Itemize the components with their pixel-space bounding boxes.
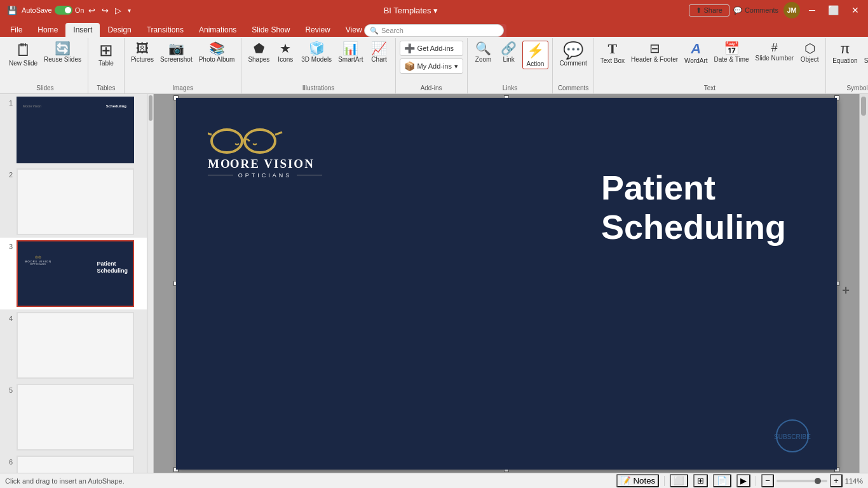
slideshow-view-button[interactable]: ▶ [736,474,750,487]
smartart-label: SmartArt [338,56,363,64]
table-button[interactable]: ⊞ Table [92,41,120,69]
ribbon-group-comments-items: 💬 Comment [557,38,589,85]
chart-button[interactable]: 📈 Chart [367,41,391,65]
tab-file[interactable]: File [3,23,30,37]
restore-button[interactable]: ⬜ [824,4,843,17]
tab-insert[interactable]: Insert [65,23,100,37]
slide-panel-scrollbar[interactable] [147,94,154,473]
ribbon-search[interactable]: 🔍 Search [364,24,504,37]
slide-thumb-4[interactable] [17,312,134,379]
slide-thumb-3[interactable]: ⌾⌾ MOORE VISION OPTICIANS PatientSchedul… [17,240,134,307]
slide-title-line2: Scheduling [601,207,786,247]
zoom-in-button[interactable]: + [830,474,843,487]
slide-item-6[interactable]: 6 [0,453,147,473]
normal-view-button[interactable]: ⬜ [670,474,688,487]
right-scrollbar[interactable] [859,94,868,473]
customize-qat-button[interactable]: ▾ [126,6,133,15]
comment-button[interactable]: 💬 Comment [557,41,589,69]
slide-thumb-2[interactable] [17,168,134,235]
photo-album-icon: 📚 [209,42,225,55]
slide-sorter-button[interactable]: ⊞ [693,474,708,487]
search-placeholder: Search [381,27,403,34]
action-icon: ⚡ [527,43,544,59]
ribbon-group-tables-items: ⊞ Table [92,38,120,85]
3d-models-button[interactable]: 🧊 3D Models [299,41,334,65]
tab-slideshow[interactable]: Slide Show [244,23,297,37]
pictures-label: Pictures [131,56,154,64]
my-addins-label: My Add-ins [417,62,452,70]
close-button[interactable]: ✕ [848,4,863,17]
link-button[interactable]: 🔗 Link [497,41,521,65]
tab-review[interactable]: Review [297,23,337,37]
autosave-toggle[interactable] [55,6,72,15]
shapes-button[interactable]: ⬟ Shapes [245,41,272,65]
illustrations-group-label: Illustrations [245,85,391,93]
link-label: Link [503,56,514,64]
tab-transitions[interactable]: Transitions [139,23,191,37]
reading-view-button[interactable]: 📄 [713,474,731,487]
ribbon-group-tables: ⊞ Table Tables [88,38,125,93]
slide-thumb-1[interactable]: Moore Vision Scheduling [17,97,134,163]
tab-home[interactable]: Home [30,23,65,37]
user-avatar[interactable]: JM [783,2,800,18]
header-footer-button[interactable]: ⊟ Header & Footer [628,41,681,65]
tab-animations[interactable]: Animations [191,23,244,37]
equation-button[interactable]: π Equation [830,41,860,66]
slide-thumb-6[interactable] [17,456,134,473]
tab-design[interactable]: Design [100,23,139,37]
new-slide-icon: 🗒 [15,42,32,58]
symbol-button[interactable]: Ω Symbol [862,41,868,66]
symbols-group-label: Symbols [830,85,868,93]
images-group-label: Images [128,85,237,93]
undo-button[interactable]: ↩ [86,5,97,16]
action-button[interactable]: ⚡ Action [522,41,549,69]
slide-number-button[interactable]: # Slide Number [753,41,797,64]
wordart-button[interactable]: A WordArt [682,41,710,66]
3d-models-icon: 🧊 [309,42,325,55]
action-label: Action [527,60,545,67]
zoom-slider[interactable] [776,480,827,482]
slide-thumb-5[interactable] [17,384,134,451]
slide-item-2[interactable]: 2 [0,166,147,238]
zoom-button[interactable]: 🔍 Zoom [471,41,496,65]
redo-button[interactable]: ↪ [100,5,111,16]
text-box-button[interactable]: T Text Box [598,41,627,66]
glasses-svg [208,123,284,155]
svg-point-0 [212,130,242,152]
chart-icon: 📈 [371,42,387,55]
add-slide-button[interactable]: + [842,283,850,298]
comments-button[interactable]: 💬 Comments [733,6,778,15]
minimize-button[interactable]: ─ [805,4,819,17]
logo-company-text: M [208,157,220,171]
logo-o-circle: O [220,157,230,171]
reuse-slides-button[interactable]: 🔄 Reuse Slides [41,41,84,65]
object-button[interactable]: ⬡ Object [797,41,822,65]
ribbon-group-comments: 💬 Comment Comments [553,38,593,93]
notes-button[interactable]: 📝 Notes [616,474,660,487]
pictures-button[interactable]: 🖼 Pictures [128,41,156,65]
slide-item-5[interactable]: 5 [0,381,147,453]
slide-item-3[interactable]: 3 ⌾⌾ MOORE VISION OPTICIANS PatientSched… [0,238,147,309]
new-slide-button[interactable]: 🗒 New Slide [6,41,40,69]
my-addins-button[interactable]: 📦 My Add-ins ▾ [400,58,463,74]
get-addins-icon: ➕ [404,43,415,53]
icons-label: Icons [278,56,293,64]
save-button[interactable]: 💾 [5,5,19,16]
logo-sub-text: OPTICIANS [236,172,295,179]
slide-item-1[interactable]: 1 Moore Vision Scheduling [0,94,147,166]
svg-text:SUBSCRIBE: SUBSCRIBE [774,433,811,440]
date-time-button[interactable]: 📅 Date & Time [712,41,752,65]
zoom-out-button[interactable]: − [761,474,774,487]
shapes-label: Shapes [248,56,269,64]
get-addins-button[interactable]: ➕ Get Add-ins [400,41,463,56]
share-button[interactable]: ⬆ Share [689,4,729,17]
screenshot-button[interactable]: 📷 Screenshot [158,41,195,65]
thumb-slide1-label: Moore Vision [23,104,41,108]
slide-item-4[interactable]: 4 [0,309,147,381]
smartart-button[interactable]: 📊 SmartArt [336,41,365,65]
links-group-label: Links [471,85,549,93]
present-button[interactable]: ▷ [113,5,123,16]
slide-canvas[interactable]: M O ORE VISION OPTICIANS Patient Schedul… [176,98,837,470]
icons-button[interactable]: ★ Icons [273,41,297,65]
photo-album-button[interactable]: 📚 Photo Album [196,41,238,65]
